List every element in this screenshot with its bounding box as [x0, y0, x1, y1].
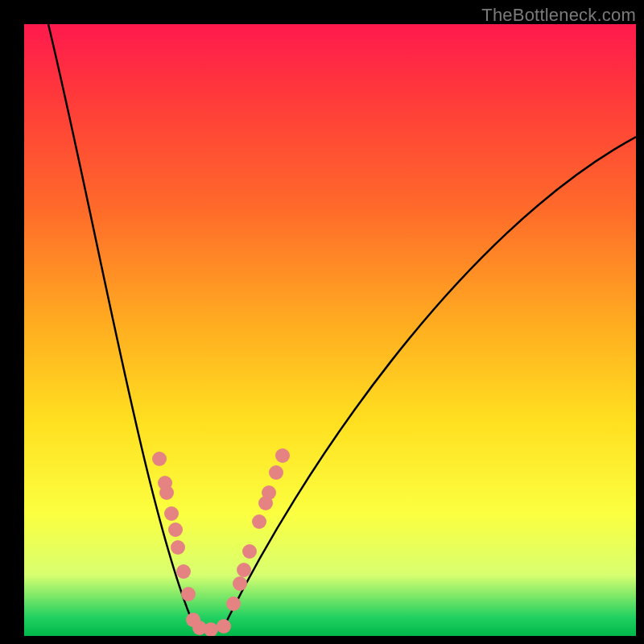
data-marker	[275, 448, 290, 463]
data-marker	[242, 544, 257, 559]
data-marker	[262, 485, 276, 500]
chart-svg	[24, 24, 636, 636]
data-marker	[269, 465, 283, 480]
data-marker	[176, 564, 191, 579]
data-marker	[168, 522, 183, 537]
data-marker	[237, 563, 251, 577]
data-marker	[217, 619, 231, 634]
data-marker	[252, 514, 266, 529]
bottleneck-curve	[48, 24, 636, 630]
data-marker	[233, 576, 247, 591]
data-marker	[159, 485, 174, 500]
data-marker	[171, 540, 185, 555]
data-marker	[164, 506, 179, 521]
data-marker	[181, 587, 196, 601]
watermark-text: TheBottleneck.com	[481, 5, 636, 26]
data-marker	[226, 597, 241, 611]
marker-group-left	[152, 452, 218, 636]
data-marker	[152, 452, 167, 466]
marker-group-right	[217, 448, 290, 634]
